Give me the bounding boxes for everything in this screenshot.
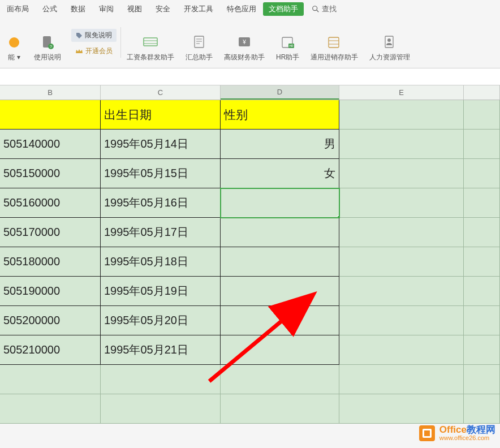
tab-layout[interactable]: 面布局 bbox=[0, 2, 36, 16]
cell-id[interactable]: 505200000 bbox=[0, 306, 101, 335]
cell-gender[interactable]: 女 bbox=[221, 159, 339, 188]
empty-cell[interactable] bbox=[464, 159, 500, 188]
empty-cell[interactable] bbox=[464, 218, 500, 247]
col-header-b[interactable]: B bbox=[0, 85, 101, 100]
tool-neng[interactable]: 能 ▾ bbox=[0, 23, 28, 62]
empty-cell[interactable] bbox=[0, 394, 101, 424]
empty-cell[interactable] bbox=[339, 365, 464, 394]
cell-id[interactable]: 505210000 bbox=[0, 335, 101, 365]
cell-date[interactable]: 1995年05月21日 bbox=[101, 335, 221, 365]
svg-rect-27 bbox=[424, 430, 430, 436]
empty-cell[interactable] bbox=[339, 130, 464, 159]
empty-cell[interactable] bbox=[464, 130, 500, 159]
header-cell-gender[interactable]: 性别 bbox=[221, 100, 339, 130]
col-header-f[interactable] bbox=[464, 85, 500, 100]
tool-human-res[interactable]: 人力资源管理 bbox=[364, 23, 416, 62]
empty-cell[interactable] bbox=[339, 218, 464, 247]
tab-security[interactable]: 安全 bbox=[149, 2, 177, 16]
empty-cell[interactable] bbox=[464, 188, 500, 218]
fill-handle[interactable] bbox=[337, 216, 339, 218]
cell-date[interactable]: 1995年05月17日 bbox=[101, 218, 221, 247]
search-label: 查找 bbox=[322, 4, 337, 14]
empty-cell[interactable] bbox=[221, 365, 339, 394]
col-header-e[interactable]: E bbox=[339, 85, 464, 100]
tab-view[interactable]: 视图 bbox=[120, 2, 149, 16]
cell-gender[interactable] bbox=[221, 335, 339, 365]
svg-rect-18 bbox=[329, 37, 339, 48]
search-group[interactable]: 查找 bbox=[312, 4, 337, 14]
cell-date[interactable]: 1995年05月16日 bbox=[101, 188, 221, 218]
cell-id[interactable]: 505170000 bbox=[0, 218, 101, 247]
empty-cell[interactable] bbox=[464, 394, 500, 424]
svg-rect-6 bbox=[144, 38, 157, 46]
header-cell-b[interactable] bbox=[0, 100, 101, 130]
empty-cell[interactable] bbox=[0, 365, 101, 394]
tab-devtools[interactable]: 开发工具 bbox=[177, 2, 220, 16]
cell-id[interactable]: 505180000 bbox=[0, 247, 101, 277]
tab-doc-helper[interactable]: 文档助手 bbox=[263, 2, 304, 16]
empty-cell[interactable] bbox=[339, 247, 464, 277]
tab-data[interactable]: 数据 bbox=[64, 2, 92, 16]
tool-usage[interactable]: ? 使用说明 bbox=[28, 23, 67, 62]
tool-inventory[interactable]: 通用进销存助手 bbox=[305, 23, 364, 62]
tool-hr[interactable]: HR HR助手 bbox=[270, 23, 305, 62]
empty-cell[interactable] bbox=[101, 394, 221, 424]
svg-rect-9 bbox=[195, 36, 204, 48]
empty-cell[interactable] bbox=[464, 247, 500, 277]
empty-cell[interactable] bbox=[339, 159, 464, 188]
empty-cell[interactable] bbox=[339, 394, 464, 424]
tool-label: 使用说明 bbox=[34, 53, 61, 62]
cell-date[interactable]: 1995年05月15日 bbox=[101, 159, 221, 188]
cell-date[interactable]: 1995年05月20日 bbox=[101, 306, 221, 335]
tool-label: 人力资源管理 bbox=[369, 53, 410, 62]
cell-gender[interactable] bbox=[221, 247, 339, 277]
cell-date[interactable]: 1995年05月18日 bbox=[101, 247, 221, 277]
vip-button[interactable]: 开通会员 bbox=[75, 46, 113, 56]
payroll-icon bbox=[143, 36, 158, 49]
tool-finance[interactable]: ¥ 高级财务助手 bbox=[218, 23, 270, 62]
empty-cell[interactable] bbox=[339, 277, 464, 306]
ribbon-tab-bar: 面布局 公式 数据 审阅 视图 安全 开发工具 特色应用 文档助手 查找 bbox=[0, 0, 500, 19]
empty-cell[interactable] bbox=[221, 394, 339, 424]
cell-gender[interactable] bbox=[221, 277, 339, 306]
tab-special[interactable]: 特色应用 bbox=[220, 2, 263, 16]
person-doc-icon bbox=[383, 35, 396, 50]
empty-cell[interactable] bbox=[339, 335, 464, 365]
selected-cell[interactable] bbox=[221, 188, 339, 218]
empty-cell[interactable] bbox=[464, 335, 500, 365]
table-row: 505140000 1995年05月14日 男 bbox=[0, 130, 500, 159]
empty-cell[interactable] bbox=[339, 188, 464, 218]
table-row: 505150000 1995年05月15日 女 bbox=[0, 159, 500, 188]
table-row: 505210000 1995年05月21日 bbox=[0, 335, 500, 365]
empty-cell[interactable] bbox=[339, 306, 464, 335]
cell-id[interactable]: 505140000 bbox=[0, 130, 101, 159]
empty-cell[interactable] bbox=[464, 365, 500, 394]
col-header-c[interactable]: C bbox=[101, 85, 221, 100]
header-cell-birthdate[interactable]: 出生日期 bbox=[101, 100, 221, 130]
cell-id[interactable]: 505150000 bbox=[0, 159, 101, 188]
tool-payroll[interactable]: 工资条群发助手 bbox=[121, 23, 180, 62]
search-icon bbox=[312, 5, 320, 13]
cell-gender[interactable] bbox=[221, 306, 339, 335]
cell-date[interactable]: 1995年05月14日 bbox=[101, 130, 221, 159]
tab-review[interactable]: 审阅 bbox=[92, 2, 120, 16]
cell-gender[interactable]: 男 bbox=[221, 130, 339, 159]
cell-date[interactable]: 1995年05月19日 bbox=[101, 277, 221, 306]
tool-label: 通用进销存助手 bbox=[311, 53, 358, 62]
empty-cell[interactable] bbox=[101, 365, 221, 394]
tool-summary[interactable]: 汇总助手 bbox=[180, 23, 218, 62]
empty-cell[interactable] bbox=[339, 100, 464, 130]
limit-badge[interactable]: 限免说明 bbox=[71, 29, 117, 42]
cell-id[interactable]: 505160000 bbox=[0, 188, 101, 218]
tab-formula[interactable]: 公式 bbox=[36, 2, 64, 16]
empty-cell[interactable] bbox=[464, 277, 500, 306]
cell-id[interactable]: 505190000 bbox=[0, 277, 101, 306]
table-row: 505180000 1995年05月18日 bbox=[0, 247, 500, 277]
empty-cell[interactable] bbox=[464, 306, 500, 335]
cell-gender[interactable] bbox=[221, 218, 339, 247]
tool-label: 汇总助手 bbox=[186, 53, 213, 62]
empty-cell[interactable] bbox=[464, 100, 500, 130]
svg-point-22 bbox=[387, 38, 391, 42]
col-header-d[interactable]: D bbox=[221, 85, 339, 100]
formula-bar-area bbox=[0, 68, 500, 85]
